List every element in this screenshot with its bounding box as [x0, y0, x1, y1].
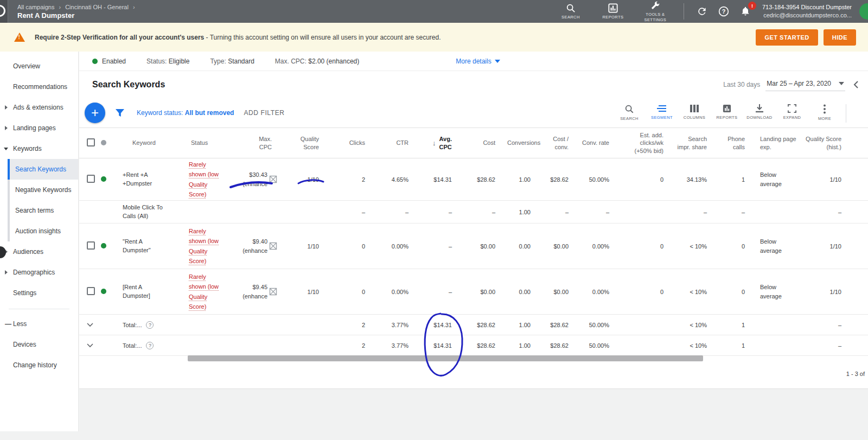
tools-settings-button[interactable]: TOOLS & SETTINGS: [638, 1, 673, 22]
col-header-qs-hist[interactable]: Quality Score (hist.): [803, 135, 853, 151]
col-header-conv-rate[interactable]: Conv. rate: [580, 139, 621, 146]
expand-button[interactable]: EXPAND: [778, 104, 806, 120]
col-header-impr-share[interactable]: Search impr. share: [675, 135, 719, 151]
col-header-avg-cpc[interactable]: ↓Avg. CPC: [420, 135, 464, 151]
sidebar-item-ads-extensions[interactable]: Ads & extensions: [0, 97, 78, 118]
account-info[interactable]: 713-184-3954 Discount Dumpster cedric@di…: [762, 3, 852, 20]
col-header-conversions[interactable]: Conversions: [507, 139, 542, 146]
sidebar-item-demographics[interactable]: Demographics: [0, 262, 78, 283]
avatar[interactable]: [859, 3, 868, 20]
row-checkbox[interactable]: [87, 175, 95, 183]
impr-share-cell: –: [675, 209, 719, 215]
status-cell[interactable]: Rarely shown (low Quality Score): [189, 160, 225, 199]
sidebar-item-search-keywords[interactable]: Search Keywords: [10, 159, 78, 180]
add-filter-button[interactable]: ADD FILTER: [244, 109, 284, 117]
total-row: Total:...? 2 3.77% $14.31 $28.62 1.00 $2…: [79, 315, 868, 335]
sidebar-item-change-history[interactable]: Change history: [0, 355, 78, 375]
table-toolbar: SEARCH SEGMENT COLUMNS REPORTS DOWNLOAD: [615, 104, 868, 121]
hide-button[interactable]: HIDE: [824, 29, 856, 46]
columns-button[interactable]: COLUMNS: [680, 104, 709, 120]
status-cell[interactable]: Rarely shown (low Quality Score): [189, 272, 225, 311]
row-checkbox[interactable]: [87, 241, 95, 250]
sidebar-item-landing-pages[interactable]: Landing pages: [0, 118, 78, 138]
total-label-cell: Total:...?: [118, 321, 189, 329]
select-all-checkbox[interactable]: [87, 138, 95, 146]
col-header-clicks[interactable]: Clicks: [331, 139, 377, 146]
keyword-cell: Mobile Click To Calls (All): [118, 203, 168, 221]
download-button[interactable]: DOWNLOAD: [745, 104, 774, 120]
keyword-status-filter-chip[interactable]: Keyword status: All but removed: [137, 109, 234, 117]
col-header-cost[interactable]: Cost: [464, 139, 507, 146]
horizontal-scrollbar[interactable]: [188, 355, 703, 361]
segment-button[interactable]: SEGMENT: [648, 104, 676, 120]
get-started-button[interactable]: GET STARTED: [756, 29, 818, 46]
conversions-cell: 0.00: [507, 289, 542, 295]
keyword-cell[interactable]: +Rent +A +Dumpster: [118, 171, 168, 188]
sidebar-item-audiences[interactable]: Audiences: [0, 241, 78, 262]
sidebar-item-overview[interactable]: Overview: [0, 56, 78, 76]
more-details-link[interactable]: More details: [456, 58, 500, 65]
sidebar-item-less[interactable]: —Less: [0, 314, 78, 334]
keyword-cell[interactable]: "Rent A Dumpster": [118, 238, 168, 255]
chevron-right-icon: [5, 105, 8, 110]
avg-cpc-cell: $14.31: [420, 322, 464, 328]
phone-calls-cell: 1: [719, 342, 757, 349]
status-cell[interactable]: Rarely shown (low Quality Score): [189, 226, 225, 266]
sidebar-item-devices[interactable]: Devices: [0, 334, 78, 355]
collapse-chart-button[interactable]: [853, 81, 859, 88]
col-header-ctr[interactable]: CTR: [377, 139, 420, 146]
search-button[interactable]: SEARCH: [553, 3, 588, 20]
more-vert-icon: [823, 104, 826, 114]
sidebar-item-settings[interactable]: Settings: [0, 283, 78, 303]
conversions-cell: 1.00: [507, 322, 542, 328]
more-button[interactable]: MORE: [810, 104, 839, 121]
sidebar-item-negative-keywords[interactable]: Negative Keywords: [10, 180, 78, 200]
col-header-status[interactable]: Status: [189, 139, 229, 146]
table-row: [Rent A Dumpster] Rarely shown (low Qual…: [79, 269, 868, 315]
help-icon[interactable]: ?: [146, 342, 154, 349]
row-checkbox[interactable]: [87, 287, 95, 295]
expand-total-button[interactable]: [79, 343, 101, 348]
sidebar-item-auction-insights[interactable]: Auction insights: [10, 221, 78, 241]
col-header-keyword[interactable]: Keyword: [118, 139, 189, 146]
notifications-button[interactable]: !: [738, 4, 752, 18]
sidebar-item-search-terms[interactable]: Search terms: [10, 200, 78, 221]
table-row: +Rent +A +Dumpster Rarely shown (low Qua…: [79, 158, 868, 201]
add-keyword-fab[interactable]: +: [85, 103, 105, 123]
breadcrumb-campaign[interactable]: Cincinnati OH - General: [65, 4, 129, 10]
col-header-cost-conv[interactable]: Cost / conv.: [542, 135, 580, 151]
table-reports-button[interactable]: REPORTS: [713, 104, 741, 120]
qs-hist-cell: 1/10: [803, 289, 853, 295]
impr-share-cell: 34.13%: [675, 176, 719, 183]
refresh-button[interactable]: [695, 4, 709, 18]
col-header-quality-score[interactable]: Quality Score: [284, 135, 331, 151]
col-header-est-add-clicks[interactable]: Est. add. clicks/wk (+50% bid): [621, 131, 675, 155]
max-cpc-cell[interactable]: $30.43(enhance: [229, 170, 284, 188]
help-icon[interactable]: ?: [146, 321, 154, 329]
date-range-value[interactable]: Mar 25 – Apr 23, 2020: [765, 78, 845, 91]
clicks-cell: –: [331, 209, 377, 215]
col-header-landing-page[interactable]: Landing page exp.: [757, 135, 803, 151]
col-header-phone-calls[interactable]: Phone calls: [719, 135, 757, 151]
toolbar-scrollbar[interactable]: [846, 104, 846, 123]
breadcrumb-all-campaigns[interactable]: All campaigns: [17, 4, 54, 10]
sidebar-item-keywords[interactable]: Keywords: [0, 138, 78, 159]
max-cpc-cell[interactable]: $9.40(enhance: [229, 237, 284, 255]
cost-conv-cell: $0.00: [542, 243, 580, 250]
chevron-down-icon: [87, 343, 93, 348]
max-cpc-cell[interactable]: $9.45(enhance: [229, 283, 284, 301]
impr-share-cell: < 10%: [675, 342, 719, 349]
col-header-max-cpc[interactable]: Max. CPC: [229, 135, 284, 151]
expand-total-button[interactable]: [79, 323, 101, 327]
help-button[interactable]: ?: [717, 4, 731, 18]
download-icon: [755, 104, 764, 113]
table-row: "Rent A Dumpster" Rarely shown (low Qual…: [79, 224, 868, 269]
keyword-cell[interactable]: [Rent A Dumpster]: [118, 283, 168, 301]
sidebar: Overview Recommendations Ads & extension…: [0, 52, 79, 431]
sidebar-item-recommendations[interactable]: Recommendations: [0, 76, 78, 97]
reports-button[interactable]: REPORTS: [596, 3, 630, 20]
topbar-actions: SEARCH REPORTS TOOLS & SETTINGS ? !: [553, 1, 868, 22]
table-search-button[interactable]: SEARCH: [615, 104, 643, 121]
filter-funnel-icon[interactable]: [115, 109, 125, 117]
cost-conv-cell: $28.62: [542, 342, 580, 349]
